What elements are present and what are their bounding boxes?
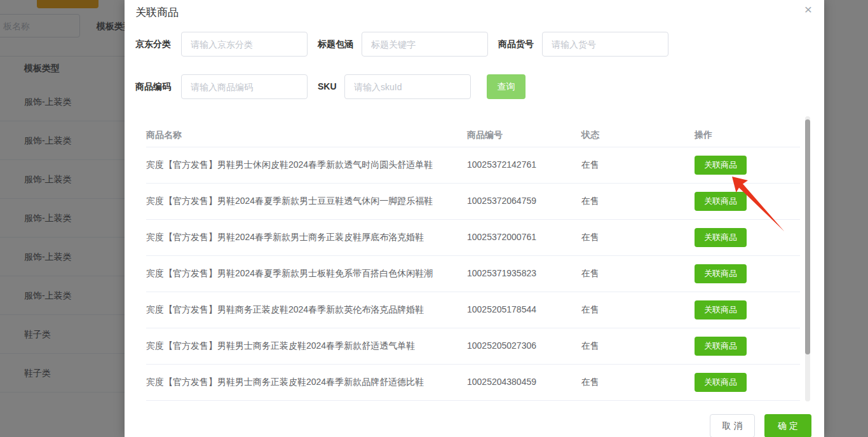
status-badge: 在售 xyxy=(581,232,599,243)
table-row: 宾度【官方发售】男鞋2024春夏季新款男士豆豆鞋透气休闲一脚蹬乐福鞋100253… xyxy=(146,184,800,220)
col-header-name: 商品名称 xyxy=(146,130,182,141)
jd-category-label: 京东分类 xyxy=(135,32,171,57)
table-row: 宾度【官方发售】男鞋商务正装皮鞋2024春季新款英伦布洛克品牌婚鞋1002520… xyxy=(146,292,800,328)
product-code: 10025205178544 xyxy=(467,304,536,314)
associate-product-button[interactable]: 关联商品 xyxy=(695,373,747,392)
table-row: 宾度【官方发售】男鞋2024春季新款男士商务正装皮鞋厚底布洛克婚鞋1002537… xyxy=(146,220,800,256)
modal-title: 关联商品 xyxy=(135,5,179,20)
product-code: 10025371935823 xyxy=(467,268,536,278)
associate-product-button[interactable]: 关联商品 xyxy=(695,192,747,211)
item-no-label: 商品货号 xyxy=(498,32,534,57)
associate-product-button[interactable]: 关联商品 xyxy=(695,156,747,175)
sku-input[interactable] xyxy=(344,74,471,99)
product-table: 商品名称 商品编号 状态 操作 宾度【官方发售】男鞋男士休闲皮鞋2024春季新款… xyxy=(146,124,800,401)
product-name: 宾度【官方发售】男鞋2024春夏季新款男士板鞋免系带百搭白色休闲鞋潮 xyxy=(146,268,458,279)
col-header-status: 状态 xyxy=(581,130,599,141)
status-badge: 在售 xyxy=(581,159,599,171)
title-contains-label: 标题包涵 xyxy=(318,32,353,57)
col-header-code: 商品编号 xyxy=(467,130,503,141)
table-row: 宾度【官方发售】男鞋2024春夏季新款男士板鞋免系带百搭白色休闲鞋潮100253… xyxy=(146,256,800,292)
product-code: 10025204380459 xyxy=(467,377,536,387)
status-badge: 在售 xyxy=(581,377,599,388)
confirm-button[interactable]: 确 定 xyxy=(764,414,811,437)
product-code: 10025372000761 xyxy=(467,232,536,242)
product-table-header: 商品名称 商品编号 状态 操作 xyxy=(146,124,800,147)
table-scrollbar-thumb[interactable] xyxy=(805,119,810,354)
product-code-label: 商品编码 xyxy=(135,74,171,99)
title-keyword-input[interactable] xyxy=(362,32,488,57)
product-name: 宾度【官方发售】男鞋男士休闲皮鞋2024春季新款透气时尚圆头舒适单鞋 xyxy=(146,159,458,171)
sku-label: SKU xyxy=(318,74,337,99)
cancel-button[interactable]: 取 消 xyxy=(710,414,755,437)
status-badge: 在售 xyxy=(581,304,599,316)
col-header-action: 操作 xyxy=(695,130,712,141)
product-name: 宾度【官方发售】男鞋男士商务正装皮鞋2024春季新款舒适透气单鞋 xyxy=(146,340,458,352)
status-badge: 在售 xyxy=(581,268,599,279)
associate-product-button[interactable]: 关联商品 xyxy=(695,300,747,319)
item-no-input[interactable] xyxy=(542,32,668,57)
associate-products-modal: 关联商品 × 京东分类 标题包涵 商品货号 商品编码 SKU 查询 商品名称 商… xyxy=(125,0,824,437)
table-row: 宾度【官方发售】男鞋男士商务正装皮鞋2024春季新款品牌舒适德比鞋1002520… xyxy=(146,365,800,401)
associate-product-button[interactable]: 关联商品 xyxy=(695,228,747,247)
product-table-body: 宾度【官方发售】男鞋男士休闲皮鞋2024春季新款透气时尚圆头舒适单鞋100253… xyxy=(146,147,800,401)
status-badge: 在售 xyxy=(581,196,599,207)
status-badge: 在售 xyxy=(581,340,599,352)
product-name: 宾度【官方发售】男鞋2024春夏季新款男士豆豆鞋透气休闲一脚蹬乐福鞋 xyxy=(146,196,458,207)
table-row: 宾度【官方发售】男鞋男士商务正装皮鞋2024春季新款舒适透气单鞋10025205… xyxy=(146,328,800,365)
table-row: 宾度【官方发售】男鞋男士休闲皮鞋2024春季新款透气时尚圆头舒适单鞋100253… xyxy=(146,147,800,184)
associate-product-button[interactable]: 关联商品 xyxy=(695,264,747,283)
associate-product-button[interactable]: 关联商品 xyxy=(695,337,747,356)
product-name: 宾度【官方发售】男鞋男士商务正装皮鞋2024春季新款品牌舒适德比鞋 xyxy=(146,377,458,388)
search-button[interactable]: 查询 xyxy=(487,74,526,99)
close-icon[interactable]: × xyxy=(797,0,820,20)
jd-category-input[interactable] xyxy=(181,32,308,57)
product-name: 宾度【官方发售】男鞋商务正装皮鞋2024春季新款英伦布洛克品牌婚鞋 xyxy=(146,304,458,316)
product-code: 10025372064759 xyxy=(467,196,536,206)
product-code: 10025372142761 xyxy=(467,159,536,170)
product-code-input[interactable] xyxy=(181,74,308,99)
product-code: 10025205027306 xyxy=(467,340,536,351)
table-scrollbar-track[interactable] xyxy=(805,116,810,401)
product-name: 宾度【官方发售】男鞋2024春季新款男士商务正装皮鞋厚底布洛克婚鞋 xyxy=(146,232,458,243)
